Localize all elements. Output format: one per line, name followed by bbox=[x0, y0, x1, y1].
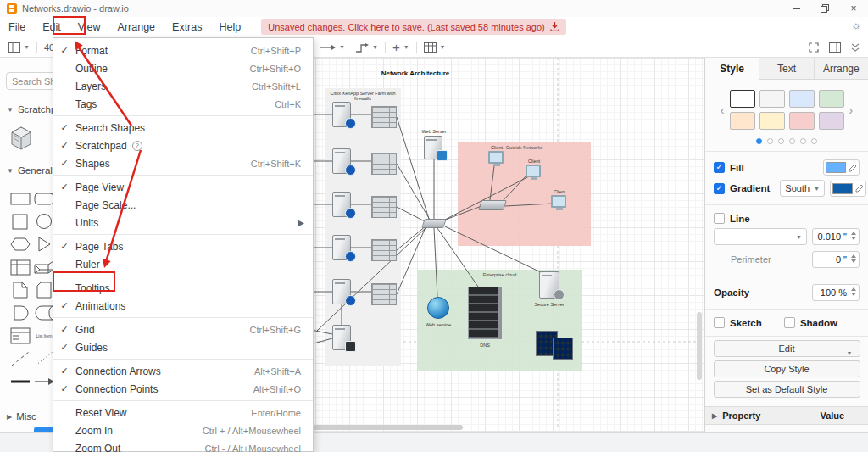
table-shape[interactable] bbox=[9, 258, 31, 276]
firewall-node[interactable] bbox=[371, 153, 397, 175]
citrix-server-node[interactable] bbox=[332, 102, 351, 127]
firewall-node[interactable] bbox=[371, 106, 397, 128]
gradient-color-chip[interactable] bbox=[832, 183, 853, 194]
web-server-node[interactable] bbox=[424, 136, 442, 159]
scratchpad-cube-shape[interactable] bbox=[8, 124, 34, 151]
document-shape[interactable] bbox=[9, 281, 31, 299]
terminal-server-node[interactable] bbox=[332, 325, 351, 350]
swatch[interactable] bbox=[789, 112, 815, 130]
web-service-globe-node[interactable] bbox=[427, 297, 449, 319]
swatch[interactable] bbox=[789, 90, 815, 108]
minimize-button[interactable] bbox=[782, 0, 810, 17]
gradient-color-control[interactable] bbox=[830, 181, 866, 197]
swatch[interactable] bbox=[730, 112, 755, 130]
citrix-server-node[interactable] bbox=[332, 192, 351, 217]
spin-up-icon[interactable] bbox=[851, 254, 856, 258]
firewall-node[interactable] bbox=[371, 283, 397, 305]
menu-item-connection-points[interactable]: Connection PointsAlt+Shift+O bbox=[53, 380, 313, 398]
central-switch-node[interactable] bbox=[421, 219, 447, 228]
dashed-line-shape[interactable] bbox=[9, 349, 31, 368]
menu-extras[interactable]: Extras bbox=[164, 19, 210, 36]
list-shape[interactable] bbox=[9, 326, 31, 345]
swatch[interactable] bbox=[819, 90, 844, 108]
menu-item-reset-view[interactable]: Reset ViewEnter/Home bbox=[53, 404, 313, 421]
menu-item-outline[interactable]: OutlineCtrl+Shift+O bbox=[53, 59, 313, 77]
connection-style-icon[interactable] bbox=[320, 43, 336, 52]
sketch-checkbox[interactable] bbox=[714, 317, 725, 328]
fill-color-chip[interactable] bbox=[826, 162, 846, 173]
spin-down-icon[interactable] bbox=[851, 237, 856, 240]
swatch[interactable] bbox=[730, 90, 755, 108]
line-style-select[interactable]: ▼ bbox=[714, 228, 807, 245]
table-icon[interactable] bbox=[424, 42, 437, 53]
close-button[interactable]: × bbox=[839, 0, 868, 17]
menu-item-tags[interactable]: TagsCtrl+K bbox=[53, 95, 313, 113]
menu-item-shapes[interactable]: ShapesCtrl+Shift+K bbox=[53, 154, 313, 172]
waypoint-style-icon[interactable] bbox=[355, 42, 369, 53]
menu-item-units[interactable]: Units▶ bbox=[53, 214, 313, 232]
opacity-spinner[interactable]: 100 % bbox=[812, 284, 860, 301]
insert-icon[interactable]: + bbox=[392, 40, 400, 54]
dns-rack-node[interactable] bbox=[468, 287, 502, 339]
spin-up-icon[interactable] bbox=[851, 232, 856, 235]
spin-down-icon[interactable] bbox=[851, 259, 856, 263]
menu-item-layers[interactable]: LayersCtrl+Shift+L bbox=[53, 77, 313, 95]
menu-item-format[interactable]: FormatCtrl+Shift+P bbox=[53, 42, 313, 59]
menu-file[interactable]: File bbox=[0, 19, 34, 36]
fill-checkbox[interactable] bbox=[714, 162, 725, 173]
swatch[interactable] bbox=[819, 112, 844, 130]
set-default-style-button[interactable]: Set as Default Style bbox=[714, 381, 860, 398]
citrix-server-node[interactable] bbox=[332, 279, 351, 304]
copy-style-button[interactable]: Copy Style bbox=[714, 360, 860, 377]
client-node[interactable] bbox=[551, 195, 566, 208]
help-icon[interactable]: ? bbox=[132, 141, 142, 151]
dot[interactable] bbox=[767, 138, 773, 144]
shadow-checkbox[interactable] bbox=[784, 317, 795, 328]
menu-help[interactable]: Help bbox=[211, 19, 250, 36]
dot[interactable] bbox=[756, 138, 762, 144]
gradient-checkbox[interactable] bbox=[714, 183, 725, 194]
misc-section-header[interactable]: ▶ Misc bbox=[7, 411, 36, 421]
menu-item-page-tabs[interactable]: Page Tabs bbox=[53, 237, 313, 255]
delay-shape[interactable] bbox=[9, 304, 31, 322]
perimeter-spinner[interactable]: 0 " bbox=[812, 251, 860, 268]
client-node[interactable] bbox=[526, 165, 541, 177]
citrix-server-node[interactable] bbox=[332, 235, 351, 260]
client-node[interactable] bbox=[488, 151, 504, 164]
swatch-prev-icon[interactable]: ‹ bbox=[721, 103, 725, 117]
theme-toggle-icon[interactable]: ☼ bbox=[851, 19, 861, 31]
view-panels-icon[interactable] bbox=[8, 42, 20, 53]
hexagon-shape[interactable] bbox=[9, 235, 31, 254]
office-building-node[interactable] bbox=[553, 338, 573, 360]
line-shape[interactable] bbox=[9, 372, 31, 391]
edit-style-button[interactable]: Edit ▼ bbox=[714, 340, 860, 357]
swatch[interactable] bbox=[760, 112, 785, 130]
line-width-spinner[interactable]: 0.010 " bbox=[812, 228, 860, 245]
fullscreen-icon[interactable] bbox=[809, 42, 819, 53]
dot[interactable] bbox=[800, 138, 806, 144]
rectangle-shape[interactable] bbox=[9, 189, 31, 208]
restore-button[interactable] bbox=[810, 0, 839, 17]
menu-item-animations[interactable]: Animations bbox=[53, 297, 313, 315]
general-section-header[interactable]: ▼ General bbox=[7, 165, 53, 176]
menu-item-zoom-out[interactable]: Zoom OutCtrl - / Alt+Mousewheel bbox=[53, 439, 313, 452]
tab-arrange[interactable]: Arrange bbox=[815, 58, 868, 79]
format-panel-toggle-icon[interactable] bbox=[829, 42, 841, 53]
menu-arrange[interactable]: Arrange bbox=[109, 19, 164, 36]
outside-switch-node[interactable] bbox=[478, 200, 507, 210]
spin-down-icon[interactable] bbox=[851, 293, 856, 296]
tab-text[interactable]: Text bbox=[760, 58, 814, 79]
menu-item-search-shapes[interactable]: Search Shapes bbox=[53, 119, 313, 137]
firewall-node[interactable] bbox=[371, 239, 397, 261]
property-grid-header[interactable]: ▶ Property Value bbox=[705, 406, 868, 425]
dot[interactable] bbox=[811, 138, 817, 144]
menu-item-ruler[interactable]: Ruler bbox=[53, 255, 313, 273]
menu-item-page-view[interactable]: Page View bbox=[53, 178, 313, 196]
menu-item-scratchpad[interactable]: Scratchpad? bbox=[53, 137, 313, 154]
horizontal-scrollbar[interactable] bbox=[314, 425, 463, 430]
menu-item-page-scale[interactable]: Page Scale... bbox=[53, 196, 313, 214]
menu-item-connection-arrows[interactable]: Connection ArrowsAlt+Shift+A bbox=[53, 362, 313, 380]
unsaved-changes-banner[interactable]: Unsaved changes. Click here to save. (La… bbox=[261, 19, 566, 35]
secure-server-node[interactable] bbox=[539, 271, 559, 299]
square-shape[interactable] bbox=[9, 212, 31, 231]
